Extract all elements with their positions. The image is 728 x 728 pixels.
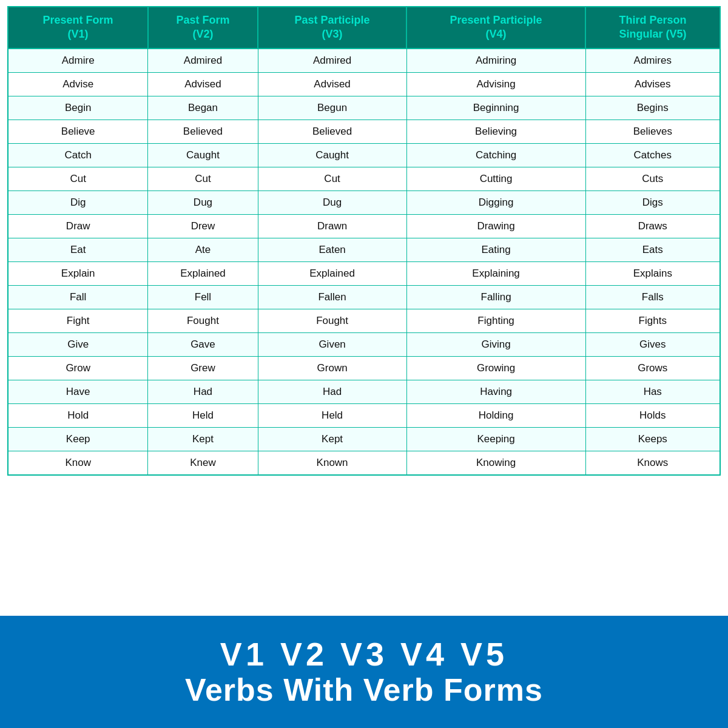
cell-r0-c3: Admiring [406, 49, 585, 73]
header-col2: Past Form (V2) [148, 7, 258, 49]
table-row: BelieveBelievedBelievedBelievingBelieves [8, 120, 720, 143]
table-row: AdviseAdvisedAdvisedAdvisingAdvises [8, 72, 720, 96]
cell-r9-c4: Explains [585, 261, 720, 285]
cell-r12-c2: Given [258, 332, 406, 356]
table-row: FallFellFallenFallingFalls [8, 285, 720, 309]
cell-r14-c2: Had [258, 380, 406, 403]
cell-r11-c1: Fought [148, 309, 258, 332]
cell-r3-c2: Believed [258, 120, 406, 143]
table-row: HaveHadHadHavingHas [8, 380, 720, 403]
cell-r12-c0: Give [8, 332, 148, 356]
cell-r16-c1: Kept [148, 427, 258, 451]
cell-r3-c0: Believe [8, 120, 148, 143]
cell-r16-c2: Kept [258, 427, 406, 451]
cell-r1-c3: Advising [406, 72, 585, 96]
cell-r1-c1: Advised [148, 72, 258, 96]
cell-r6-c0: Dig [8, 190, 148, 214]
cell-r15-c1: Held [148, 403, 258, 427]
cell-r4-c4: Catches [585, 143, 720, 167]
cell-r2-c0: Begin [8, 96, 148, 120]
cell-r16-c3: Keeping [406, 427, 585, 451]
header-col4: Present Participle (V4) [406, 7, 585, 49]
cell-r9-c2: Explained [258, 261, 406, 285]
cell-r3-c4: Believes [585, 120, 720, 143]
cell-r14-c0: Have [8, 380, 148, 403]
cell-r6-c1: Dug [148, 190, 258, 214]
cell-r0-c1: Admired [148, 49, 258, 73]
cell-r2-c4: Begins [585, 96, 720, 120]
cell-r14-c1: Had [148, 380, 258, 403]
cell-r17-c0: Know [8, 451, 148, 475]
cell-r0-c0: Admire [8, 49, 148, 73]
cell-r10-c0: Fall [8, 285, 148, 309]
cell-r11-c3: Fighting [406, 309, 585, 332]
header-col1: Present Form (V1) [8, 7, 148, 49]
footer-line1: V1 V2 V3 V4 V5 [220, 636, 508, 672]
table-row: EatAteEatenEatingEats [8, 238, 720, 261]
table-row: DigDugDugDiggingDigs [8, 190, 720, 214]
cell-r12-c3: Giving [406, 332, 585, 356]
cell-r4-c3: Catching [406, 143, 585, 167]
table-row: BeginBeganBegunBeginningBegins [8, 96, 720, 120]
cell-r0-c4: Admires [585, 49, 720, 73]
cell-r15-c3: Holding [406, 403, 585, 427]
cell-r13-c4: Grows [585, 356, 720, 380]
table-row: FightFoughtFoughtFightingFights [8, 309, 720, 332]
cell-r2-c1: Began [148, 96, 258, 120]
cell-r15-c0: Hold [8, 403, 148, 427]
cell-r12-c1: Gave [148, 332, 258, 356]
cell-r5-c2: Cut [258, 167, 406, 190]
table-row: HoldHeldHeldHoldingHolds [8, 403, 720, 427]
cell-r2-c2: Begun [258, 96, 406, 120]
verb-forms-table: Present Form (V1) Past Form (V2) Past Pa… [7, 6, 721, 476]
cell-r16-c0: Keep [8, 427, 148, 451]
cell-r11-c2: Fought [258, 309, 406, 332]
cell-r13-c0: Grow [8, 356, 148, 380]
cell-r10-c3: Falling [406, 285, 585, 309]
cell-r5-c1: Cut [148, 167, 258, 190]
header-col5: Third Person Singular (V5) [585, 7, 720, 49]
cell-r17-c3: Knowing [406, 451, 585, 475]
cell-r9-c0: Explain [8, 261, 148, 285]
cell-r7-c0: Draw [8, 214, 148, 238]
cell-r13-c2: Grown [258, 356, 406, 380]
cell-r8-c4: Eats [585, 238, 720, 261]
cell-r12-c4: Gives [585, 332, 720, 356]
table-row: GiveGaveGivenGivingGives [8, 332, 720, 356]
table-header-row: Present Form (V1) Past Form (V2) Past Pa… [8, 7, 720, 49]
cell-r4-c1: Caught [148, 143, 258, 167]
cell-r15-c2: Held [258, 403, 406, 427]
cell-r7-c1: Drew [148, 214, 258, 238]
table-row: CutCutCutCuttingCuts [8, 167, 720, 190]
table-row: KeepKeptKeptKeepingKeeps [8, 427, 720, 451]
cell-r16-c4: Keeps [585, 427, 720, 451]
page-container: Present Form (V1) Past Form (V2) Past Pa… [0, 0, 728, 728]
cell-r11-c0: Fight [8, 309, 148, 332]
cell-r3-c3: Believing [406, 120, 585, 143]
cell-r14-c3: Having [406, 380, 585, 403]
cell-r8-c3: Eating [406, 238, 585, 261]
cell-r14-c4: Has [585, 380, 720, 403]
cell-r3-c1: Believed [148, 120, 258, 143]
cell-r4-c0: Catch [8, 143, 148, 167]
table-row: DrawDrewDrawnDrawingDraws [8, 214, 720, 238]
cell-r9-c1: Explained [148, 261, 258, 285]
cell-r10-c2: Fallen [258, 285, 406, 309]
cell-r4-c2: Caught [258, 143, 406, 167]
cell-r9-c3: Explaining [406, 261, 585, 285]
cell-r11-c4: Fights [585, 309, 720, 332]
cell-r10-c4: Falls [585, 285, 720, 309]
cell-r17-c1: Knew [148, 451, 258, 475]
cell-r13-c3: Growing [406, 356, 585, 380]
cell-r17-c2: Known [258, 451, 406, 475]
cell-r10-c1: Fell [148, 285, 258, 309]
cell-r7-c2: Drawn [258, 214, 406, 238]
cell-r8-c0: Eat [8, 238, 148, 261]
footer-section: V1 V2 V3 V4 V5 Verbs With Verb Forms [0, 616, 728, 728]
table-row: ExplainExplainedExplainedExplainingExpla… [8, 261, 720, 285]
footer-line2: Verbs With Verb Forms [185, 673, 543, 707]
cell-r8-c2: Eaten [258, 238, 406, 261]
cell-r5-c3: Cutting [406, 167, 585, 190]
header-col3: Past Participle (V3) [258, 7, 406, 49]
table-section: Present Form (V1) Past Form (V2) Past Pa… [0, 0, 728, 616]
